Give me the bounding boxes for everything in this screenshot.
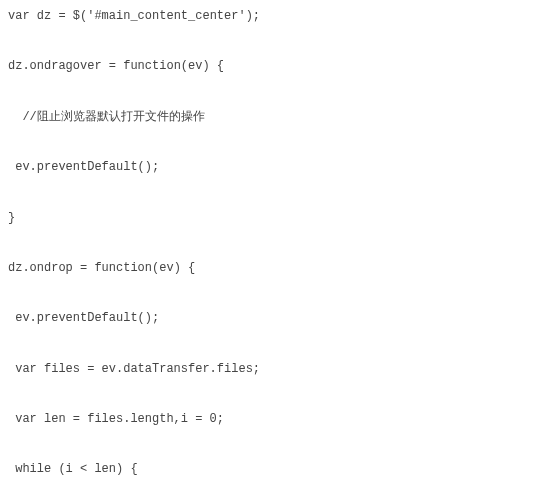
code-line: ev.preventDefault(); (8, 306, 533, 331)
code-line: //阻止浏览器默认打开文件的操作 (8, 105, 533, 130)
code-line: while (i < len) { (8, 457, 533, 482)
code-line: ev.preventDefault(); (8, 155, 533, 180)
code-line: dz.ondragover = function(ev) { (8, 54, 533, 79)
code-line: var len = files.length,i = 0; (8, 407, 533, 432)
code-block: var dz = $('#main_content_center'); dz.o… (8, 4, 533, 502)
code-line: var dz = $('#main_content_center'); (8, 4, 533, 29)
code-line: var files = ev.dataTransfer.files; (8, 357, 533, 382)
code-line: dz.ondrop = function(ev) { (8, 256, 533, 281)
code-line: } (8, 206, 533, 231)
